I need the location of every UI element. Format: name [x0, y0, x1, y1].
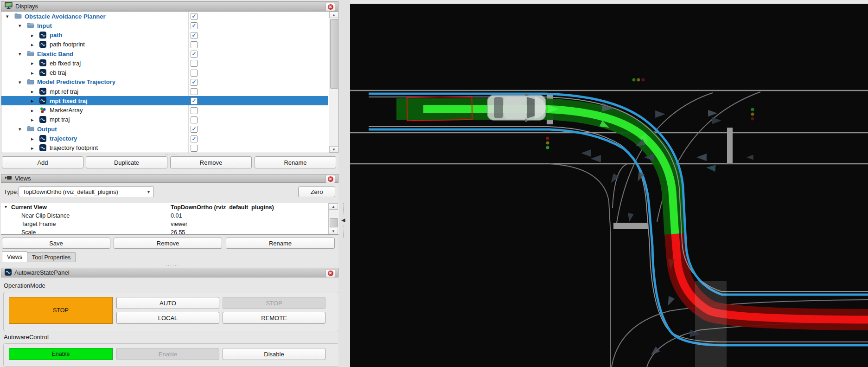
auto-mode-button[interactable]: AUTO [116, 297, 219, 309]
visibility-checkbox[interactable]: ✓ [191, 22, 198, 29]
visibility-checkbox[interactable] [191, 145, 198, 152]
chevron-right-icon[interactable]: ▸ [31, 135, 34, 142]
splitter-handle[interactable]: ······ [158, 152, 185, 156]
tree-row[interactable]: ▾Obstacle Avoidance Planner✓ [1, 12, 328, 21]
tree-row[interactable]: ▾Output✓ [1, 124, 328, 134]
remote-mode-button[interactable]: REMOTE [223, 312, 326, 324]
tree-row[interactable]: ▸mpt fixed traj✓ [1, 96, 328, 105]
marker-array-icon [39, 107, 47, 114]
visibility-checkbox[interactable] [191, 60, 198, 67]
property-value[interactable]: 26.55 [171, 229, 185, 235]
viewport-3d-view[interactable] [350, 4, 868, 367]
property-value[interactable]: TopDownOrtho (rviz_default_plugins) [171, 204, 274, 211]
views-close-button[interactable]: ✕ [326, 175, 335, 183]
splitter-handle[interactable]: ······ [159, 263, 186, 268]
scrollbar-thumb[interactable] [330, 19, 338, 89]
stop-mode-button[interactable]: STOP [223, 297, 326, 309]
scroll-up-icon[interactable]: ▲ [329, 12, 338, 18]
displays-tree[interactable]: ▾Obstacle Avoidance Planner✓▾Input✓▸path… [1, 11, 338, 153]
zero-button[interactable]: Zero [298, 187, 335, 197]
rename-view-button[interactable]: Rename [226, 238, 335, 249]
collapse-panel-arrow-icon[interactable]: ◀ [341, 217, 345, 223]
tab-views[interactable]: Views [2, 251, 27, 262]
rename-display-button[interactable]: Rename [255, 156, 336, 168]
tree-row[interactable]: ▾Input✓ [1, 21, 328, 30]
add-button[interactable]: Add [2, 156, 83, 168]
tree-row[interactable]: ▸mpt ref traj [1, 87, 328, 96]
scroll-down-icon[interactable]: ▼ [329, 146, 338, 153]
local-mode-button[interactable]: LOCAL [116, 312, 219, 324]
enable-control-button[interactable]: Enable [116, 348, 219, 360]
visibility-checkbox[interactable]: ✓ [191, 13, 198, 20]
scrollbar-thumb[interactable] [330, 218, 338, 227]
tree-row[interactable]: ▸path✓ [1, 31, 328, 40]
property-row[interactable]: ▾Current ViewTopDownOrtho (rviz_default_… [1, 203, 328, 212]
remote-button-label: REMOTE [261, 315, 287, 322]
property-row[interactable]: Near Clip Distance0.01 [1, 212, 328, 220]
chevron-down-icon[interactable]: ▾ [6, 13, 9, 19]
chevron-right-icon[interactable]: ▸ [31, 107, 34, 114]
visibility-checkbox[interactable] [191, 116, 198, 123]
scroll-up-icon[interactable]: ▲ [329, 203, 338, 210]
visibility-checkbox[interactable] [191, 107, 198, 114]
visibility-checkbox[interactable]: ✓ [191, 126, 198, 133]
chevron-down-icon[interactable]: ▾ [19, 51, 21, 57]
visibility-checkbox[interactable] [191, 70, 198, 77]
tab-tool-properties[interactable]: Tool Properties [27, 252, 76, 262]
remove-display-button[interactable]: Remove [170, 156, 252, 168]
chevron-down-icon[interactable]: ▾ [19, 126, 21, 132]
auto-button-label: AUTO [160, 300, 176, 307]
visibility-checkbox[interactable] [191, 41, 198, 48]
state-panel-close-button[interactable]: ✕ [326, 269, 335, 277]
properties-scrollbar[interactable]: ▲ ▼ [328, 203, 338, 234]
tree-row[interactable]: ▸trajectory footprint [1, 143, 328, 153]
chevron-right-icon[interactable]: ▸ [31, 145, 34, 151]
traffic-light-dot [546, 137, 549, 140]
splitter-handle[interactable]: ······ [158, 169, 185, 174]
save-view-button[interactable]: Save [2, 238, 110, 249]
tree-row[interactable]: ▸eb traj [1, 68, 328, 77]
views-panel-header[interactable]: Views ✕ [1, 174, 338, 183]
chevron-down-icon[interactable]: ▾ [19, 79, 21, 85]
duplicate-button[interactable]: Duplicate [86, 156, 167, 168]
tree-row[interactable]: ▾Model Predictive Trajectory✓ [1, 77, 328, 87]
disable-control-button[interactable]: Disable [223, 348, 326, 360]
tree-row[interactable]: ▸eb fixed traj [1, 58, 328, 68]
view-type-dropdown[interactable]: TopDownOrtho (rviz_default_plugins) ▾ [19, 187, 154, 197]
displays-tree-scrollbar[interactable]: ▲ ▼ [329, 12, 338, 153]
traffic-light-dot [632, 78, 636, 82]
chevron-right-icon[interactable]: ▸ [31, 97, 34, 104]
chevron-down-icon[interactable]: ▾ [19, 22, 21, 29]
visibility-checkbox[interactable]: ✓ [191, 32, 198, 39]
current-view-properties[interactable]: ▾Current ViewTopDownOrtho (rviz_default_… [1, 203, 338, 235]
property-row[interactable]: Target Frameviewer [1, 220, 328, 228]
chevron-right-icon[interactable]: ▸ [31, 88, 34, 95]
chevron-down-icon[interactable]: ▾ [5, 204, 7, 209]
visibility-checkbox[interactable]: ✓ [191, 135, 198, 142]
enable-button-label: Enable [159, 351, 177, 358]
chevron-right-icon[interactable]: ▸ [31, 41, 34, 48]
visibility-checkbox[interactable]: ✓ [191, 79, 198, 86]
chevron-right-icon[interactable]: ▸ [31, 32, 34, 39]
remove-view-button[interactable]: Remove [114, 238, 222, 249]
tree-row[interactable]: ▸trajectory✓ [1, 134, 328, 143]
ego-vehicle [487, 93, 546, 122]
tree-row[interactable]: ▾Elastic Band✓ [1, 49, 328, 58]
displays-panel-header[interactable]: Displays ✕ [1, 1, 338, 11]
displays-close-button[interactable]: ✕ [326, 3, 335, 11]
autoware-state-panel-header[interactable]: AutowareStatePanel ✕ [1, 268, 338, 277]
tree-row[interactable]: ▸path footprint [1, 40, 328, 49]
chevron-right-icon[interactable]: ▸ [31, 60, 34, 66]
property-row[interactable]: Scale26.55 [1, 228, 328, 235]
property-value[interactable]: viewer [171, 221, 187, 227]
visibility-checkbox[interactable]: ✓ [191, 97, 198, 104]
property-value[interactable]: 0.01 [171, 212, 182, 219]
property-name: Scale [21, 229, 36, 235]
scroll-down-icon[interactable]: ▼ [329, 228, 338, 234]
tree-row[interactable]: ▸MarkerArray [1, 106, 328, 115]
visibility-checkbox[interactable]: ✓ [191, 51, 198, 58]
visibility-checkbox[interactable] [191, 88, 198, 95]
chevron-right-icon[interactable]: ▸ [31, 116, 34, 123]
chevron-right-icon[interactable]: ▸ [31, 70, 34, 76]
tree-row[interactable]: ▸mpt traj [1, 115, 328, 124]
